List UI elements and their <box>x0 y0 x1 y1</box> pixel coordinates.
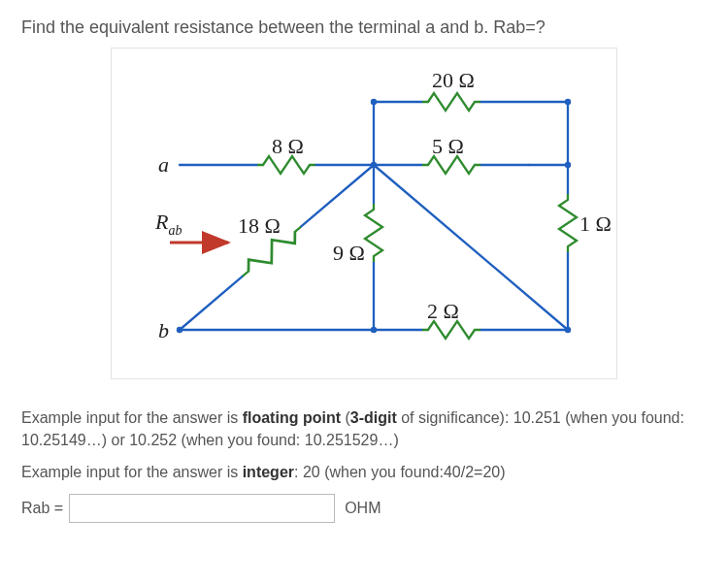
answer-label: Rab = <box>21 500 63 517</box>
hint-float: Example input for the answer is floating… <box>21 406 707 451</box>
svg-line-14 <box>301 165 374 227</box>
svg-point-24 <box>177 327 182 333</box>
hint-int: Example input for the answer is integer:… <box>21 461 707 483</box>
answer-unit: OHM <box>345 500 381 517</box>
question-text: Find the equivalent resistance between t… <box>21 17 707 38</box>
circuit-figure: a b Rab 20 Ω 8 Ω 5 Ω 18 Ω 9 Ω 2 Ω 1 Ω <box>111 48 617 379</box>
terminal-a-label: a <box>158 152 169 177</box>
r-2-label: 2 Ω <box>427 299 459 323</box>
hints-block: Example input for the answer is floating… <box>21 406 707 484</box>
r-9-label: 9 Ω <box>333 241 365 265</box>
r-18-label: 18 Ω <box>238 213 281 238</box>
svg-point-22 <box>565 99 571 105</box>
rab-label: Rab <box>154 210 182 238</box>
svg-point-20 <box>565 162 571 168</box>
svg-line-17 <box>374 165 568 330</box>
r-20-label: 20 Ω <box>432 68 475 92</box>
r-8-label: 8 Ω <box>272 134 304 158</box>
svg-point-19 <box>371 327 377 333</box>
svg-point-23 <box>371 99 377 105</box>
r-1-label: 1 Ω <box>579 211 612 236</box>
r-5-label: 5 Ω <box>432 134 464 158</box>
svg-point-21 <box>565 327 571 333</box>
svg-point-18 <box>371 162 377 168</box>
terminal-b-label: b <box>158 318 169 342</box>
svg-line-13 <box>180 276 243 330</box>
answer-input[interactable] <box>69 494 335 523</box>
